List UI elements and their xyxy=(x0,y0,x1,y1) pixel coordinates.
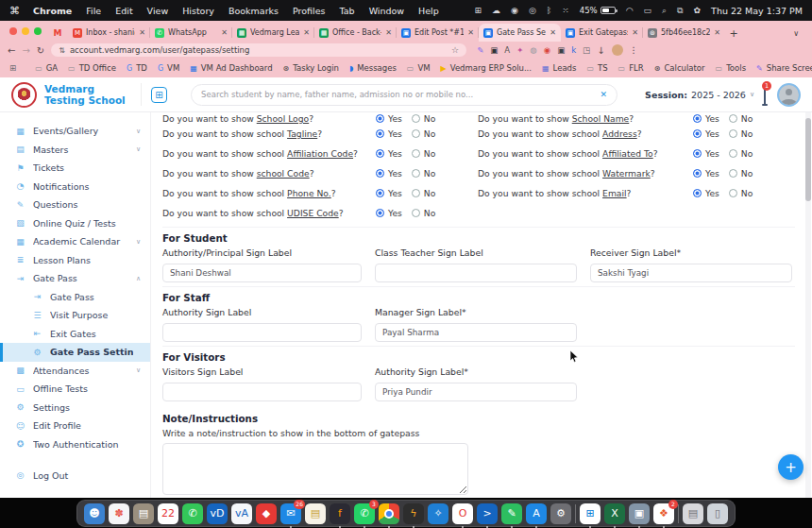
dock-firefox-icon[interactable]: f xyxy=(330,503,350,524)
menubar-item[interactable]: Window xyxy=(369,6,404,16)
zoom-window-button[interactable] xyxy=(34,27,42,35)
bookmark-calculator[interactable]: ⊛ Calculator xyxy=(654,63,705,73)
sidebar-item-settings[interactable]: ⚙ Settings xyxy=(0,399,150,417)
dock-downloads-icon[interactable]: ▤ xyxy=(683,503,703,524)
cloud-icon[interactable]: ☁ xyxy=(492,6,500,15)
receiver-sign-label-field[interactable] xyxy=(590,264,792,282)
tab-close-icon[interactable]: ✕ xyxy=(632,28,638,37)
pen-extension-icon[interactable]: ✎ xyxy=(477,45,483,55)
dock-excel-icon[interactable]: X xyxy=(604,503,625,524)
bookmark-folder-ts[interactable]: ▭ TS xyxy=(586,63,607,73)
sidebar-item-gate-pass-settings[interactable]: ⚙ Gate Pass Settings xyxy=(0,343,150,362)
tab-exit-gatepass[interactable]: ▣ Exit Gatepass ✕ xyxy=(561,24,643,42)
yes-radio[interactable] xyxy=(376,129,384,138)
notifications-button[interactable]: 1 xyxy=(764,86,766,104)
pocket-extension-icon[interactable]: ▣ xyxy=(557,45,565,55)
menubar-item[interactable]: Help xyxy=(418,6,439,16)
sidebar-item-lesson-plans[interactable]: ≣ Lesson Plans xyxy=(0,251,150,270)
sidebar-item-edit-profile[interactable]: ☺ Edit Profile xyxy=(0,417,150,435)
bookmark-leads[interactable]: ▦ Leads xyxy=(542,63,576,73)
tab-hash[interactable]: ⊛ 5fb46ee18c2ef712 ✕ xyxy=(643,24,725,42)
tab-close-icon[interactable]: ✕ xyxy=(385,28,392,37)
menubar-item[interactable]: History xyxy=(182,6,214,16)
menubar-clock[interactable]: Thu 22 May 1:37 PM xyxy=(711,6,803,16)
bookmark-folder-td-office[interactable]: ▭ TD Office xyxy=(68,63,116,73)
address-bar[interactable]: ⇅ account.vedmarg.com/user/gatepass/sett… xyxy=(51,43,466,57)
sidebar-item-visit-purpose[interactable]: ☰ Visit Purpose xyxy=(0,306,150,325)
close-window-button[interactable] xyxy=(9,27,17,35)
yes-radio[interactable] xyxy=(693,149,702,158)
apple-menu-icon[interactable]: ⌘ xyxy=(9,5,20,17)
bookmark-share-screenshot[interactable]: ✎ Share Screenshot xyxy=(756,63,812,73)
no-radio[interactable] xyxy=(412,209,420,217)
dock-trash-icon[interactable]: ▯ xyxy=(707,503,728,524)
tab-office-backend[interactable]: ▦ Office - Back-End ✕ xyxy=(314,24,397,42)
wifi-icon[interactable]: ◠ xyxy=(626,6,634,15)
bookmark-td[interactable]: G TD xyxy=(127,63,147,73)
no-radio[interactable] xyxy=(412,149,420,158)
sidebar-item-gate-pass[interactable]: ⇥ Gate Pass ∧ xyxy=(0,269,150,288)
tab-close-icon[interactable]: ✕ xyxy=(139,28,145,37)
class-teacher-sign-label-field[interactable] xyxy=(375,264,577,282)
menubar-item[interactable]: Bookmarks xyxy=(228,6,279,16)
yes-radio[interactable] xyxy=(693,114,702,123)
no-radio[interactable] xyxy=(412,189,420,197)
play-circle-icon[interactable]: ◎ xyxy=(529,6,536,15)
manager-sign-label-field[interactable] xyxy=(375,323,577,342)
dock-red-app-icon[interactable]: ◆ xyxy=(256,503,277,524)
tab-close-icon[interactable]: ✕ xyxy=(221,28,228,37)
spotlight-icon[interactable]: ⌕ xyxy=(662,6,667,16)
yes-radio[interactable] xyxy=(693,129,702,138)
staff-authority-sign-label-field[interactable] xyxy=(162,323,362,342)
dock-vdrives-admin-icon[interactable]: vA xyxy=(231,503,252,524)
yes-radio[interactable] xyxy=(376,209,384,217)
no-radio[interactable] xyxy=(729,114,737,123)
forward-button[interactable]: → xyxy=(22,45,29,56)
minimize-window-button[interactable] xyxy=(22,27,29,35)
dock-chrome-icon[interactable]: ● xyxy=(379,503,399,524)
user-avatar[interactable] xyxy=(777,83,801,107)
notion-extension-icon[interactable]: ▣ xyxy=(490,45,498,55)
menubar-item[interactable]: Chrome xyxy=(33,6,72,16)
no-radio[interactable] xyxy=(729,189,737,197)
no-radio[interactable] xyxy=(412,129,420,138)
sidebar-item-masters[interactable]: ▤ Masters ∨ xyxy=(0,141,150,160)
loom-extension-icon[interactable]: ◍ xyxy=(530,45,536,55)
oneclick-extension-icon[interactable]: ◉ xyxy=(544,45,550,55)
authority-principal-sign-label-field[interactable] xyxy=(162,264,362,282)
tab-vedmarg-leads[interactable]: ▦ Vedmarg Leads & F ✕ xyxy=(232,24,314,42)
bookmark-star-icon[interactable]: ☆ xyxy=(451,45,459,55)
school-logo[interactable] xyxy=(11,82,37,108)
back-button[interactable]: ← xyxy=(8,45,15,56)
tab-inbox[interactable]: M Inbox - shani@tech ✕ xyxy=(68,24,150,42)
dock-opera-icon[interactable]: O xyxy=(452,503,473,524)
tab-close-icon[interactable]: ✕ xyxy=(467,28,474,37)
bookmark-folder-tools[interactable]: ▭ Tools xyxy=(716,63,747,73)
menubar-item[interactable]: Edit xyxy=(115,6,132,16)
yes-radio[interactable] xyxy=(693,189,702,197)
bookmark-folder-ga[interactable]: ▭ GA xyxy=(35,63,58,73)
new-tab-button[interactable]: + xyxy=(725,25,742,42)
sidebar-item-log-out[interactable]: ◎ Log Out xyxy=(0,467,150,485)
bookmark-tasky-login[interactable]: ⊛ Tasky Login xyxy=(283,63,339,73)
bookmark-vedmarg-erp[interactable]: ▶ Vedmarg ERP Solu... xyxy=(441,63,532,73)
note-instructions-textarea[interactable] xyxy=(162,443,468,495)
bookmark-folder-flr[interactable]: ▭ FLR xyxy=(618,63,644,73)
yes-radio[interactable] xyxy=(693,169,702,178)
pinned-tab-gmail[interactable]: M xyxy=(47,24,68,42)
keeper-extension-icon[interactable]: k xyxy=(571,45,576,55)
floating-add-button[interactable]: + xyxy=(778,454,804,480)
reload-button[interactable]: ↻ xyxy=(37,45,44,56)
dock-preview-icon[interactable]: ▣ xyxy=(629,503,650,524)
dock-screenshot-tool-icon[interactable]: ϟ xyxy=(403,503,424,524)
bookmark-messages[interactable]: ◗ Messages xyxy=(349,63,397,73)
tab-close-icon[interactable]: ✕ xyxy=(550,28,556,37)
dock-notes-icon[interactable]: ▤ xyxy=(305,503,326,524)
no-radio[interactable] xyxy=(729,169,737,178)
bookmark-vm[interactable]: G VM xyxy=(158,63,179,73)
screen-mirroring-icon[interactable]: ⧉ xyxy=(677,6,683,16)
menubar-item[interactable]: View xyxy=(147,6,169,16)
sidebar-item-two-authentication[interactable]: ✪ Two Authentication xyxy=(0,435,150,454)
control-center-icon[interactable]: ✿ xyxy=(694,6,702,15)
dock-calendar-icon[interactable]: 22 xyxy=(158,503,178,524)
